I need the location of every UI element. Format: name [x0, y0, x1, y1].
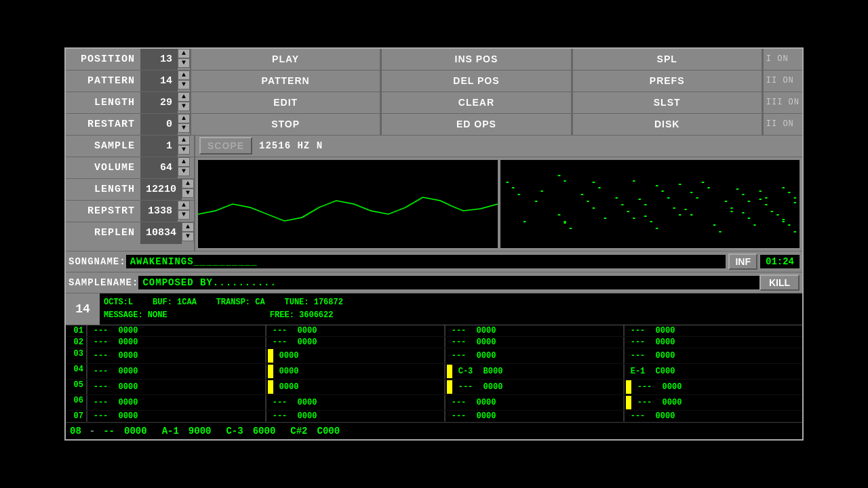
ch1-val: 0000 — [114, 367, 142, 376]
bottom-note4: C#2 — [290, 426, 307, 436]
songname-value[interactable]: AWAKENINGS__________ — [126, 255, 726, 268]
replen-label: REPLEN — [66, 222, 140, 244]
play-button[interactable]: PLAY — [191, 49, 380, 70]
ch3-val: B000 — [479, 367, 507, 376]
clear-button[interactable]: CLEAR — [382, 92, 571, 113]
volume-value: 64 — [140, 157, 178, 178]
position-down[interactable]: ▼ — [178, 58, 190, 68]
pattern-up[interactable]: ▲ — [178, 70, 190, 80]
waveform-right — [500, 160, 800, 248]
on3-row: III ON — [764, 92, 802, 114]
table-row: 03 --- 0000 0000 --- 0000 --- 0000 — [66, 348, 802, 364]
slst-button[interactable]: SLST — [573, 92, 762, 113]
ch1-note: --- — [89, 411, 113, 421]
length-down[interactable]: ▼ — [178, 102, 190, 111]
table-row: 01 --- 0000 --- 0000 --- 0000 --- 0000 — [66, 325, 802, 337]
restart-label: RESTART — [66, 114, 140, 135]
repstrt-row: REPSTRT 1338 ▲ ▼ — [66, 201, 194, 222]
ch4-note: --- — [633, 398, 656, 407]
sample-length-arrows[interactable]: ▲ ▼ — [182, 179, 194, 200]
channel-2: 0000 — [265, 364, 444, 379]
stop-button[interactable]: STOP — [191, 114, 380, 135]
del-pos-button[interactable]: DEL POS — [382, 70, 571, 92]
volume-up[interactable]: ▲ — [178, 157, 190, 167]
disk-button[interactable]: DISK — [573, 114, 762, 135]
position-up[interactable]: ▲ — [178, 49, 190, 58]
slength-down[interactable]: ▼ — [182, 188, 194, 198]
time-display: 01:24 — [760, 255, 800, 268]
sample-down[interactable]: ▼ — [178, 145, 190, 155]
row-number: 02 — [66, 337, 86, 348]
transp-label: TRANSP: CA — [216, 298, 265, 307]
replen-arrows[interactable]: ▲ ▼ — [182, 222, 194, 244]
volume-down[interactable]: ▼ — [178, 167, 190, 176]
channel-4: --- 0000 — [623, 411, 802, 422]
position-row: POSITION 13 ▲ ▼ — [66, 49, 190, 70]
sample-row: SAMPLE 1 ▲ ▼ — [66, 136, 194, 157]
prefs-button[interactable]: PREFS — [573, 70, 762, 92]
kill-button[interactable]: KILL — [760, 274, 800, 291]
restart-value: 0 — [140, 114, 178, 135]
ch2-val: 0000 — [275, 351, 303, 361]
pattern-number: 14 — [66, 293, 100, 325]
ch4-note: --- — [633, 382, 656, 392]
pattern-button[interactable]: PATTERN — [191, 70, 380, 92]
ch4-val: 0000 — [651, 326, 679, 336]
ch3-note: --- — [447, 398, 471, 407]
spl-button[interactable]: SPL — [573, 49, 762, 70]
ins-pos-button[interactable]: INS POS — [382, 49, 571, 70]
ch2-val: 0000 — [293, 398, 321, 407]
sample-up[interactable]: ▲ — [178, 136, 190, 145]
ch1-note: --- — [89, 367, 113, 376]
ch4-note: --- — [626, 338, 650, 347]
pattern-down[interactable]: ▼ — [178, 80, 190, 89]
channel-4: --- 0000 — [623, 380, 802, 394]
samplename-value[interactable]: COMPOSED BY.......... — [138, 276, 759, 289]
repstrt-value: 1338 — [140, 201, 178, 222]
message-label: MESSAGE: NONE — [104, 310, 167, 320]
channel-3: C-3 B000 — [444, 364, 623, 379]
edit-button[interactable]: EDIT — [191, 92, 380, 113]
slength-up[interactable]: ▲ — [182, 179, 194, 188]
on2-label[interactable]: II ON — [764, 76, 797, 85]
restart-up[interactable]: ▲ — [178, 114, 190, 123]
ch1-note: --- — [89, 398, 113, 407]
ed-ops-button[interactable]: ED OPS — [382, 114, 571, 135]
length-arrows[interactable]: ▲ ▼ — [178, 92, 190, 113]
bar-indicator — [626, 396, 631, 409]
ch3-val: 0000 — [472, 326, 500, 336]
bottom-val2: 9000 — [189, 426, 212, 436]
length-up[interactable]: ▲ — [178, 92, 190, 102]
sample-value: 1 — [140, 136, 178, 157]
on4-label[interactable]: II ON — [764, 119, 797, 129]
on3-label[interactable]: III ON — [764, 98, 802, 107]
position-arrows[interactable]: ▲ ▼ — [178, 49, 190, 70]
restart-down[interactable]: ▼ — [178, 123, 190, 133]
repstrt-up[interactable]: ▲ — [178, 201, 190, 210]
repstrt-down[interactable]: ▼ — [178, 210, 190, 220]
on2-row: II ON — [764, 70, 802, 92]
volume-arrows[interactable]: ▲ ▼ — [178, 157, 190, 178]
channel-4: E-1 C000 — [623, 364, 802, 379]
inf-button[interactable]: INF — [728, 253, 757, 270]
volume-row: VOLUME 64 ▲ ▼ — [66, 157, 194, 179]
ch3-val: 0000 — [472, 398, 500, 407]
sample-arrows[interactable]: ▲ ▼ — [178, 136, 190, 157]
free-label: FREE: 3606622 — [270, 310, 334, 320]
on1-label[interactable]: I ON — [764, 54, 791, 64]
replen-row: REPLEN 10834 ▲ ▼ — [66, 222, 194, 244]
ch2-val: 0000 — [275, 382, 303, 392]
restart-arrows[interactable]: ▲ ▼ — [178, 114, 190, 135]
replen-down[interactable]: ▼ — [182, 232, 194, 241]
replen-up[interactable]: ▲ — [182, 222, 194, 232]
ch3-val: 0000 — [479, 382, 507, 392]
ch2-val: 0000 — [293, 326, 321, 336]
pattern-arrows[interactable]: ▲ ▼ — [178, 70, 190, 92]
ch2-val: 0000 — [275, 367, 303, 376]
ch1-val: 0000 — [114, 338, 142, 347]
channel-1: --- 0000 — [86, 380, 265, 394]
channel-3: --- 0000 — [444, 411, 623, 422]
repstrt-arrows[interactable]: ▲ ▼ — [178, 201, 190, 222]
scope-button[interactable]: SCOPE — [199, 137, 252, 155]
ch3-note: --- — [447, 326, 471, 336]
